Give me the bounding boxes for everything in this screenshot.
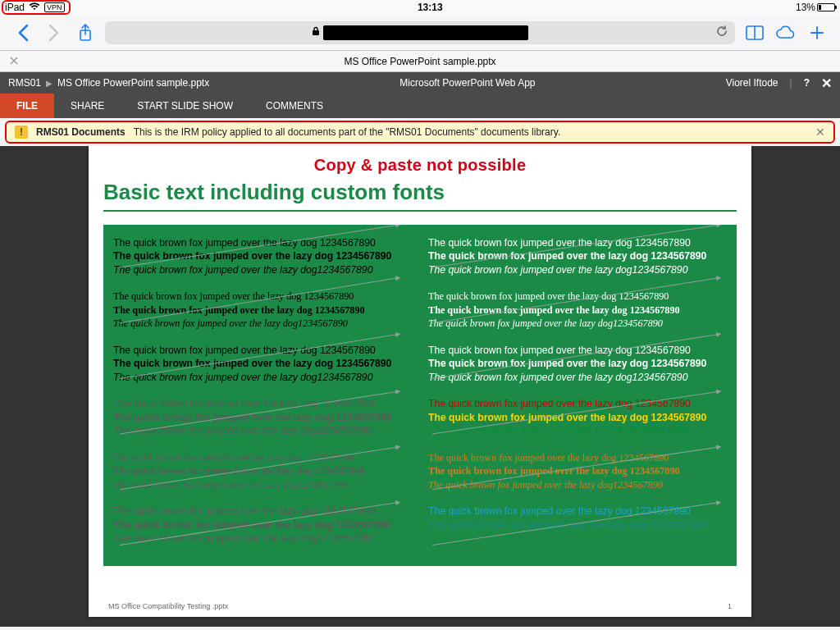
wifi-icon [29, 2, 40, 13]
powerpoint-header: RMS01 ▶ MS Office PowerPoint sample.pptx… [0, 72, 840, 94]
username[interactable]: Viorel Iftode [726, 77, 778, 89]
address-bar[interactable] [105, 21, 735, 44]
bookmarks-button[interactable] [743, 25, 766, 41]
text-block-l6: The quick brown fox jumped over the lazy… [113, 504, 412, 545]
text-block-r3: The quick brown fox jumped over the lazy… [428, 344, 727, 384]
breadcrumb-file[interactable]: MS Office PowerPoint sample.pptx [57, 77, 209, 89]
slide: Copy & paste not possible Basic text inc… [89, 146, 751, 617]
breadcrumb-root[interactable]: RMS01 [8, 77, 41, 89]
text-block-r4: The quick brown fox jumped over the lazy… [428, 397, 727, 437]
forward-button [43, 24, 66, 42]
app-title: Microsoft PowerPoint Web App [399, 77, 535, 89]
tab-comments[interactable]: COMMENTS [249, 94, 340, 118]
tab-title[interactable]: MS Office PowerPoint sample.pptx [344, 56, 495, 67]
text-block-l5: The quick brown fox jumped over the lazy… [113, 451, 412, 491]
text-block-l1: The quick brown fox jumped over the lazy… [113, 236, 412, 276]
footer-page-number: 1 [728, 602, 732, 610]
text-block-l3: The quick brown fox jumped over the lazy… [113, 344, 412, 384]
close-app-button[interactable]: ✕ [821, 75, 832, 91]
back-button[interactable] [11, 24, 34, 42]
dismiss-banner-button[interactable]: ✕ [815, 126, 825, 139]
reload-button[interactable] [715, 25, 728, 41]
slide-viewer[interactable]: Copy & paste not possible Basic text inc… [0, 146, 840, 627]
tab-file[interactable]: FILE [0, 94, 54, 118]
annotation-copy-paste: Copy & paste not possible [103, 156, 737, 175]
url-redacted [323, 25, 528, 40]
close-tab-button[interactable] [10, 56, 18, 67]
ios-status-bar: iPad VPN 13:13 13% [0, 0, 840, 15]
lock-icon [312, 26, 320, 39]
text-block-l4: The quick brown fox jumped over the lazy… [113, 397, 412, 437]
chevron-right-icon: ▶ [46, 79, 52, 88]
irm-policy-name: RMS01 Documents [36, 126, 126, 138]
slide-title: Basic text including custom fonts [103, 180, 737, 212]
safari-toolbar [0, 15, 840, 51]
slide-footer: MS Office Compatibility Testing .pptx 1 [108, 602, 732, 610]
footer-left: MS Office Compatibility Testing .pptx [108, 602, 228, 610]
warning-icon: ! [15, 126, 28, 139]
irm-policy-text: This is the IRM policy applied to all do… [134, 126, 561, 138]
text-block-l2: The quick brown fox jumped over the lazy… [113, 290, 412, 330]
text-block-r6: The quick brown fox jumped over the lazy… [428, 504, 727, 545]
device-label: iPad [5, 2, 25, 13]
irm-policy-banner: ! RMS01 Documents This is the IRM policy… [5, 121, 835, 144]
safari-tab-bar: MS Office PowerPoint sample.pptx [0, 51, 840, 72]
text-samples-panel: The quick brown fox jumped over the lazy… [103, 225, 737, 566]
svg-rect-2 [313, 30, 319, 35]
text-block-r1: The quick brown fox jumped over the lazy… [428, 236, 727, 276]
text-block-r5: The quick brown fox jumped over the lazy… [428, 451, 727, 491]
tab-start-slide-show[interactable]: START SLIDE SHOW [121, 94, 249, 118]
battery-pct: 13% [796, 2, 815, 13]
icloud-tabs-button[interactable] [774, 25, 797, 40]
new-tab-button[interactable] [806, 25, 829, 41]
battery-icon [817, 3, 835, 11]
tab-share[interactable]: SHARE [54, 94, 121, 118]
help-button[interactable]: ? [804, 77, 810, 89]
ribbon-tabs: FILE SHARE START SLIDE SHOW COMMENTS [0, 94, 840, 118]
clock: 13:13 [418, 2, 443, 13]
text-block-r2: The quick brown fox jumped over the lazy… [428, 290, 727, 330]
share-button[interactable] [74, 24, 97, 42]
vpn-badge: VPN [44, 2, 65, 12]
